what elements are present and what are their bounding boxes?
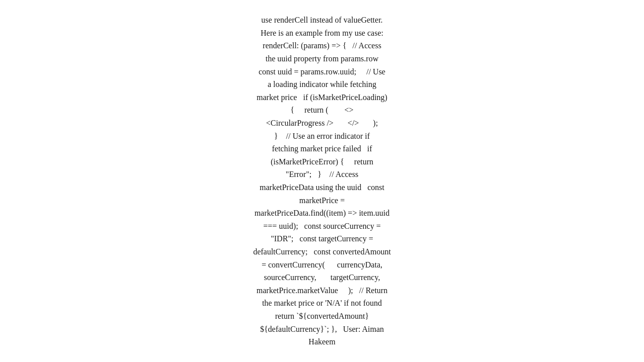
main-content: use renderCell instead of valueGetter. H… bbox=[253, 14, 391, 348]
code-text: use renderCell instead of valueGetter. H… bbox=[253, 14, 391, 348]
